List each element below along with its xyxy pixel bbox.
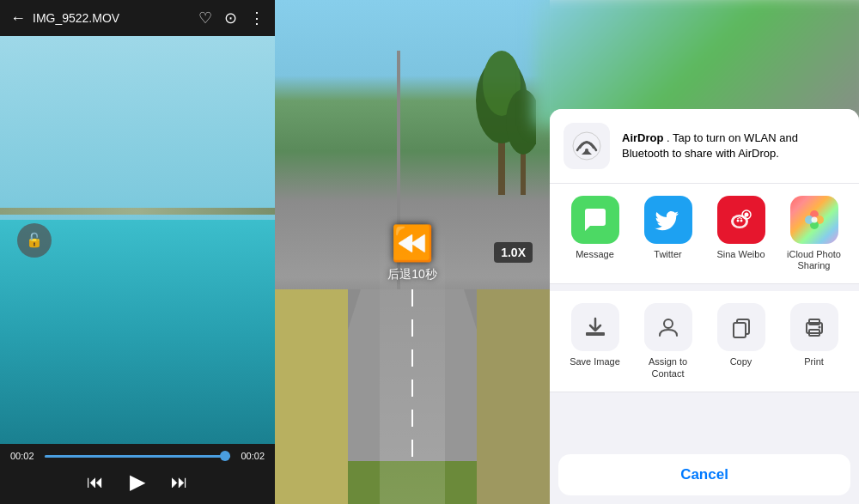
road-svg [275, 289, 550, 504]
svg-point-32 [818, 326, 820, 329]
copy-icon [717, 303, 765, 351]
airdrop-section[interactable]: AirDrop . Tap to turn on WLAN and Blueto… [550, 109, 859, 184]
video-sky-bg [0, 36, 275, 220]
app-item-weibo[interactable]: Sina Weibo [711, 196, 771, 260]
next-button[interactable]: ⏭ [171, 472, 188, 492]
messages-label: Message [576, 249, 614, 260]
heart-icon[interactable]: ♡ [198, 9, 212, 27]
copy-svg [729, 315, 753, 339]
topbar-actions: ♡ ⊙ ⋮ [198, 9, 265, 27]
rewind-icon: ⏪ [391, 222, 434, 263]
print-icon [790, 303, 838, 351]
share-background [534, 0, 859, 126]
cancel-section: Cancel [550, 447, 859, 504]
share-panel: AirDrop . Tap to turn on WLAN and Blueto… [550, 0, 859, 504]
lock-button[interactable]: 🔓 [17, 223, 52, 258]
svg-rect-11 [348, 461, 477, 504]
svg-rect-28 [734, 323, 746, 337]
twitter-svg [655, 206, 682, 234]
svg-point-13 [585, 149, 588, 152]
svg-point-17 [744, 213, 748, 217]
progress-bar[interactable] [45, 455, 230, 458]
progress-area: 00:02 00:02 [10, 451, 265, 461]
icloud-icon [790, 196, 838, 244]
twitter-icon [644, 196, 692, 244]
icloud-svg [801, 206, 828, 234]
assign-contact-label: Assign to Contact [638, 356, 698, 379]
video-player-panel: ← IMG_9522.MOV ♡ ⊙ ⋮ 🔓 00:02 00:02 ⏮ ▶ ⏭ [0, 0, 275, 504]
action-item-contact[interactable]: Assign to Contact [638, 303, 698, 379]
airdrop-title: AirDrop [622, 131, 663, 144]
action-item-print[interactable]: Print [784, 303, 844, 367]
video-filename: IMG_9522.MOV [33, 11, 198, 25]
svg-point-18 [736, 220, 739, 222]
time-current: 00:02 [10, 451, 38, 461]
copy-label: Copy [730, 356, 752, 367]
app-item-icloud[interactable]: iCloud Photo Sharing [784, 196, 844, 271]
airdrop-icon [571, 131, 602, 161]
save-image-icon [571, 303, 619, 351]
pole-svg [393, 51, 404, 308]
back-icon[interactable]: ← [10, 9, 26, 27]
print-svg [802, 315, 826, 339]
action-item-save[interactable]: Save Image [565, 303, 625, 367]
weibo-icon [717, 196, 765, 244]
save-svg [583, 315, 607, 339]
trees-svg [467, 40, 536, 195]
svg-rect-10 [477, 289, 550, 504]
video-land-strip [0, 208, 275, 215]
svg-point-24 [811, 217, 817, 223]
cancel-button[interactable]: Cancel [558, 454, 850, 495]
print-label: Print [804, 356, 824, 367]
messages-icon [571, 196, 619, 244]
icloud-label: iCloud Photo Sharing [784, 249, 844, 271]
camera-icon[interactable]: ⊙ [224, 9, 237, 27]
rewind-label: 后退10秒 [387, 266, 437, 282]
action-row-section: Save Image Assign to Contact [550, 291, 859, 392]
play-button[interactable]: ▶ [130, 470, 145, 494]
playback-controls: ⏮ ▶ ⏭ [10, 470, 265, 494]
progress-thumb[interactable] [220, 451, 230, 461]
svg-rect-25 [586, 332, 605, 336]
svg-point-19 [740, 220, 742, 222]
lock-icon: 🔓 [26, 232, 43, 248]
app-row: Message Twitter [558, 196, 850, 271]
prev-button[interactable]: ⏮ [87, 472, 104, 492]
progress-fill [45, 455, 230, 458]
contact-svg [656, 315, 680, 339]
video-topbar: ← IMG_9522.MOV ♡ ⊙ ⋮ [0, 0, 275, 36]
action-row: Save Image Assign to Contact [558, 303, 850, 379]
airdrop-icon-wrap [564, 123, 610, 169]
road-photo-panel: 1.0X ⏪ 后退10秒 [275, 0, 550, 504]
more-icon[interactable]: ⋮ [249, 9, 265, 27]
twitter-label: Twitter [654, 249, 681, 260]
video-controls: 00:02 00:02 ⏮ ▶ ⏭ [0, 444, 275, 504]
svg-rect-5 [397, 51, 400, 308]
assign-contact-icon [644, 303, 692, 351]
weibo-svg [728, 206, 755, 234]
weibo-label: Sina Weibo [716, 249, 765, 260]
spacer [550, 392, 859, 447]
rewind-overlay: ⏪ 后退10秒 [387, 222, 437, 282]
svg-point-26 [664, 319, 673, 328]
svg-point-12 [573, 132, 600, 160]
video-viewport[interactable]: 🔓 [0, 36, 275, 444]
save-image-label: Save Image [570, 356, 620, 367]
app-item-message[interactable]: Message [565, 196, 625, 260]
svg-rect-9 [275, 289, 348, 504]
share-sheet: AirDrop . Tap to turn on WLAN and Blueto… [550, 109, 859, 504]
action-item-copy[interactable]: Copy [711, 303, 771, 367]
speed-badge: 1.0X [494, 242, 533, 263]
app-item-twitter[interactable]: Twitter [638, 196, 698, 260]
app-row-section: Message Twitter [550, 184, 859, 284]
messages-svg [582, 206, 609, 234]
time-total: 00:02 [237, 451, 265, 461]
airdrop-description: AirDrop . Tap to turn on WLAN and Blueto… [622, 131, 845, 161]
